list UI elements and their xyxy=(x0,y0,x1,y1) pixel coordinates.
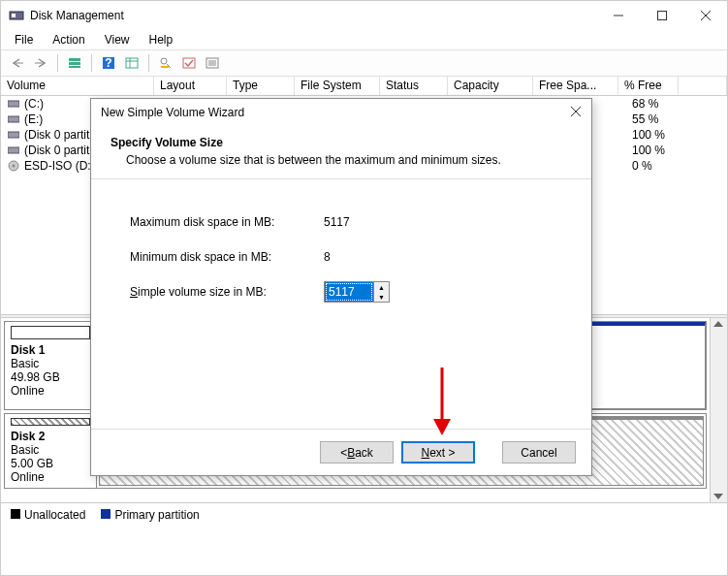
menu-help[interactable]: Help xyxy=(142,31,181,48)
min-space-label: Minimum disk space in MB: xyxy=(130,250,324,264)
dialog-titlebar: New Simple Volume Wizard xyxy=(91,99,591,126)
swatch-icon xyxy=(101,509,111,519)
close-button[interactable] xyxy=(683,1,727,30)
svg-rect-13 xyxy=(126,58,138,68)
help-button[interactable]: ? xyxy=(98,52,119,74)
vertical-scrollbar[interactable] xyxy=(710,318,727,502)
disk-info[interactable]: Disk 2 Basic 5.00 GB Online xyxy=(5,414,97,488)
svg-rect-1 xyxy=(12,14,16,17)
volume-pctfree: 0 % xyxy=(626,159,686,173)
properties-button[interactable] xyxy=(202,52,223,74)
menu-view[interactable]: View xyxy=(97,31,138,48)
spin-down-button[interactable]: ▼ xyxy=(374,292,389,302)
check-button[interactable] xyxy=(178,52,200,74)
disk-bar-icon xyxy=(11,326,90,339)
dialog-header: Specify Volume Size Choose a volume size… xyxy=(91,126,591,179)
volume-pctfree: 100 % xyxy=(626,144,686,157)
drive-icon xyxy=(7,113,20,125)
svg-rect-26 xyxy=(8,132,19,138)
legend: Unallocated Primary partition xyxy=(1,502,727,526)
dialog-subheading: Choose a volume size that is between the… xyxy=(111,153,572,167)
view-details-button[interactable] xyxy=(121,52,142,74)
svg-rect-3 xyxy=(657,12,666,20)
partition-box[interactable] xyxy=(591,322,706,409)
col-filesystem[interactable]: File System xyxy=(295,77,380,95)
cancel-button[interactable]: Cancel xyxy=(502,441,576,464)
col-volume[interactable]: Volume xyxy=(1,77,154,95)
volume-pctfree: 68 % xyxy=(626,97,686,111)
titlebar: Disk Management xyxy=(1,1,727,30)
col-pctfree[interactable]: % Free xyxy=(618,77,679,95)
dialog-title: New Simple Volume Wizard xyxy=(101,106,570,119)
spin-up-button[interactable]: ▲ xyxy=(374,282,389,292)
volume-size-label: Simple volume size in MB: xyxy=(130,285,324,299)
disk-management-window: Disk Management File Action View Help ? … xyxy=(0,0,728,576)
disc-icon xyxy=(7,160,20,172)
svg-rect-8 xyxy=(69,58,80,61)
drive-icon xyxy=(7,144,20,156)
disk-type: Basic xyxy=(11,443,90,457)
col-capacity[interactable]: Capacity xyxy=(448,77,533,95)
legend-unallocated: Unallocated xyxy=(11,508,85,522)
disk-name: Disk 2 xyxy=(11,430,90,443)
col-freespace[interactable]: Free Spa... xyxy=(533,77,618,95)
disk-status: Online xyxy=(11,470,90,484)
menubar: File Action View Help xyxy=(1,30,727,49)
drive-icon xyxy=(7,98,20,110)
svg-point-29 xyxy=(13,165,16,168)
svg-rect-25 xyxy=(8,116,19,122)
view-list-button[interactable] xyxy=(64,52,85,74)
svg-rect-18 xyxy=(161,66,169,68)
svg-text:?: ? xyxy=(105,56,111,70)
svg-rect-27 xyxy=(8,147,19,153)
volume-name: (E:) xyxy=(24,112,43,126)
legend-primary: Primary partition xyxy=(101,508,199,522)
volume-pctfree: 55 % xyxy=(626,112,686,126)
toolbar: ? xyxy=(1,49,727,77)
maximize-button[interactable] xyxy=(640,1,683,30)
col-layout[interactable]: Layout xyxy=(154,77,227,95)
col-type[interactable]: Type xyxy=(227,77,295,95)
max-space-label: Maximum disk space in MB: xyxy=(130,215,324,229)
disk-size: 49.98 GB xyxy=(11,370,90,384)
volume-pctfree: 100 % xyxy=(626,128,686,142)
minimize-button[interactable] xyxy=(596,1,640,30)
volume-name: (Disk 0 partiti xyxy=(24,128,92,142)
min-space-value: 8 xyxy=(324,250,331,264)
svg-rect-24 xyxy=(8,101,19,107)
nav-forward-button[interactable] xyxy=(30,52,51,74)
menu-action[interactable]: Action xyxy=(45,31,92,48)
drive-icon xyxy=(7,129,20,141)
volume-name: (Disk 0 partiti xyxy=(24,144,92,157)
next-button[interactable]: Next > xyxy=(401,441,475,464)
dialog-button-row: < Back Next > Cancel xyxy=(91,429,591,475)
col-status[interactable]: Status xyxy=(380,77,448,95)
svg-point-16 xyxy=(161,58,167,64)
menu-file[interactable]: File xyxy=(7,31,41,48)
volume-name: ESD-ISO (D:) xyxy=(24,159,95,173)
disk-bar-icon xyxy=(11,418,90,426)
disk-size: 5.00 GB xyxy=(11,457,90,470)
new-simple-volume-wizard-dialog: New Simple Volume Wizard Specify Volume … xyxy=(90,98,592,476)
dialog-close-button[interactable] xyxy=(570,106,582,120)
disk-name: Disk 1 xyxy=(11,343,90,357)
app-icon xyxy=(9,8,24,23)
nav-back-button[interactable] xyxy=(7,52,28,74)
disk-info[interactable]: Disk 1 Basic 49.98 GB Online xyxy=(5,322,97,409)
volume-size-input[interactable] xyxy=(325,282,373,302)
back-button[interactable]: < Back xyxy=(320,441,394,464)
disk-status: Online xyxy=(11,384,90,398)
dialog-heading: Specify Volume Size xyxy=(111,136,572,149)
disk-type: Basic xyxy=(11,357,90,370)
svg-rect-19 xyxy=(183,58,195,68)
swatch-icon xyxy=(11,509,20,519)
max-space-value: 5117 xyxy=(324,215,350,229)
dialog-body: Maximum disk space in MB: 5117 Minimum d… xyxy=(91,179,591,429)
svg-rect-9 xyxy=(69,62,80,65)
find-button[interactable] xyxy=(155,52,176,74)
volume-name: (C:) xyxy=(24,97,44,111)
svg-rect-10 xyxy=(69,66,80,68)
volume-list-header: Volume Layout Type File System Status Ca… xyxy=(1,77,727,96)
volume-size-spinner[interactable]: ▲ ▼ xyxy=(324,281,390,303)
